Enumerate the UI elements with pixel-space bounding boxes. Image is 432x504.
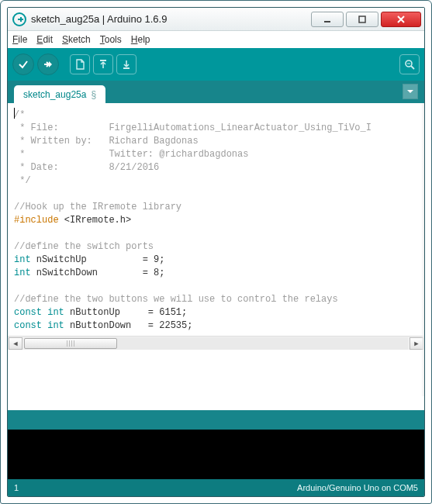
upload-button[interactable]: [37, 54, 59, 75]
code-content[interactable]: /* * File: FirgelliAutomations_LinearAct…: [8, 103, 424, 336]
tab-menu-button[interactable]: [403, 84, 418, 99]
open-sketch-button[interactable]: [93, 54, 113, 74]
menu-sketch[interactable]: Sketch: [62, 34, 91, 45]
close-button[interactable]: [381, 12, 421, 27]
verify-button[interactable]: [12, 54, 34, 75]
horizontal-scrollbar[interactable]: ◄ ►: [8, 336, 424, 350]
inner-frame: sketch_aug25a | Arduino 1.6.9 File Edit …: [7, 7, 425, 497]
application-window: sketch_aug25a | Arduino 1.6.9 File Edit …: [0, 0, 432, 504]
titlebar[interactable]: sketch_aug25a | Arduino 1.6.9: [8, 8, 424, 31]
message-area: [8, 411, 424, 430]
hscroll-thumb[interactable]: [24, 338, 117, 349]
hscroll-left-button[interactable]: ◄: [9, 337, 22, 350]
svg-rect-0: [324, 21, 330, 22]
menu-help[interactable]: Help: [131, 34, 150, 45]
console-output[interactable]: [8, 430, 424, 479]
minimize-button[interactable]: [311, 12, 344, 27]
tab-label: sketch_aug25a: [23, 89, 86, 100]
status-bar: 1 Arduino/Genuino Uno on COM5: [8, 479, 424, 496]
svg-rect-2: [100, 60, 106, 61]
code-editor[interactable]: /* * File: FirgelliAutomations_LinearAct…: [8, 103, 424, 411]
menu-tools[interactable]: Tools: [100, 34, 122, 45]
menu-file[interactable]: File: [12, 34, 27, 45]
menu-edit[interactable]: Edit: [36, 34, 53, 45]
svg-rect-3: [123, 67, 130, 69]
save-sketch-button[interactable]: [116, 54, 137, 74]
window-title: sketch_aug25a | Arduino 1.6.9: [31, 13, 167, 25]
svg-rect-1: [359, 16, 365, 22]
status-line-number: 1: [14, 483, 19, 492]
maximize-button[interactable]: [346, 12, 378, 27]
tab-modified-indicator: §: [91, 89, 96, 100]
arduino-app-icon: [12, 12, 26, 26]
menubar: File Edit Sketch Tools Help: [8, 31, 424, 48]
new-sketch-button[interactable]: [70, 54, 90, 74]
window-controls: [311, 12, 421, 27]
hscroll-track[interactable]: [24, 337, 408, 350]
toolbar: [8, 48, 424, 81]
vscroll-edge: [421, 103, 424, 396]
sketch-tab[interactable]: sketch_aug25a§: [14, 85, 105, 103]
status-board-port: Arduino/Genuino Uno on COM5: [297, 483, 418, 492]
serial-monitor-button[interactable]: [399, 54, 420, 74]
tab-strip: sketch_aug25a§: [8, 81, 424, 103]
